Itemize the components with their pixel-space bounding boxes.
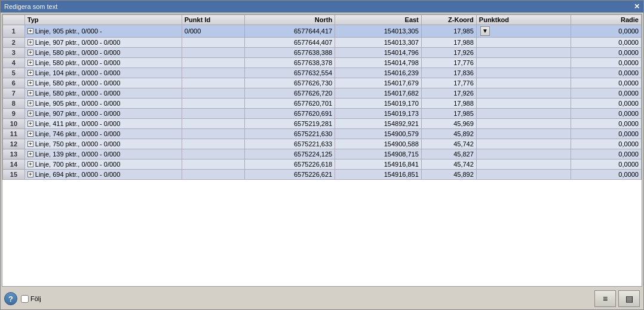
cell-z-koord: 45,742 bbox=[421, 159, 476, 170]
footer-left: ? Följ bbox=[4, 292, 41, 305]
cell-z-koord: 17,985 bbox=[421, 109, 476, 119]
cell-punktkod bbox=[476, 149, 571, 159]
footer: ? Följ ≡ ▤ bbox=[1, 288, 643, 309]
expand-icon[interactable]: + bbox=[27, 131, 33, 137]
table-row[interactable]: 4+Linje, 580 pktr., 0/000 - 0/0006577638… bbox=[3, 58, 642, 68]
cell-row-num: 15 bbox=[3, 170, 25, 180]
col-header-z-koord[interactable]: Z-Koord bbox=[421, 15, 476, 25]
table-row[interactable]: 11+Linje, 746 pktr., 0/000 - 0/000657522… bbox=[3, 129, 642, 139]
typ-text: Linje, 580 pktr., 0/000 - 0/000 bbox=[35, 49, 121, 56]
cell-east: 154013,307 bbox=[335, 38, 422, 48]
col-header-north[interactable]: North bbox=[244, 15, 335, 25]
col-header-punkt-id[interactable]: Punkt Id bbox=[182, 15, 244, 25]
help-button[interactable]: ? bbox=[4, 292, 17, 305]
table-row[interactable]: 14+Linje, 700 pktr., 0/000 - 0/000657522… bbox=[3, 159, 642, 170]
follow-label[interactable]: Följ bbox=[21, 295, 41, 303]
expand-icon[interactable]: + bbox=[27, 80, 33, 86]
cell-z-koord: 45,892 bbox=[421, 129, 476, 139]
expand-icon[interactable]: + bbox=[27, 60, 33, 66]
cell-radie: 0,0000 bbox=[571, 68, 641, 78]
table-row[interactable]: 10+Linje, 411 pktr., 0/000 - 0/000657521… bbox=[3, 119, 642, 129]
cell-north: 6577638,388 bbox=[244, 48, 335, 58]
cell-punkt-id bbox=[182, 119, 244, 129]
cell-radie: 0,0000 bbox=[571, 129, 641, 139]
follow-text: Följ bbox=[30, 295, 41, 302]
cell-punkt-id bbox=[182, 139, 244, 149]
list-view-button[interactable]: ≡ bbox=[594, 290, 616, 307]
cell-north: 6575224,125 bbox=[244, 149, 335, 159]
cell-punkt-id bbox=[182, 149, 244, 159]
cell-punktkod: ▼ bbox=[476, 25, 571, 38]
cell-z-koord: 17,926 bbox=[421, 88, 476, 99]
table-row[interactable]: 2+Linje, 907 pktr., 0/000 - 0/0006577644… bbox=[3, 38, 642, 48]
cell-north: 6577620,701 bbox=[244, 99, 335, 109]
cell-radie: 0,0000 bbox=[571, 109, 641, 119]
expand-icon[interactable]: + bbox=[27, 151, 33, 157]
table-container: Typ Punkt Id North East Z-Koord Punktkod… bbox=[2, 14, 642, 287]
cell-row-num: 9 bbox=[3, 109, 25, 119]
expand-icon[interactable]: + bbox=[27, 28, 33, 34]
cell-typ: +Linje, 700 pktr., 0/000 - 0/000 bbox=[24, 159, 182, 170]
cell-row-num: 1 bbox=[3, 25, 25, 38]
cell-radie: 0,0000 bbox=[571, 58, 641, 68]
expand-icon[interactable]: + bbox=[27, 90, 33, 96]
table-row[interactable]: 3+Linje, 580 pktr., 0/000 - 0/0006577638… bbox=[3, 48, 642, 58]
table-row[interactable]: 6+Linje, 580 pktr., 0/000 - 0/0006577626… bbox=[3, 78, 642, 88]
cell-north: 6577632,554 bbox=[244, 68, 335, 78]
expand-icon[interactable]: + bbox=[27, 121, 33, 127]
cell-row-num: 13 bbox=[3, 149, 25, 159]
table-row[interactable]: 5+Linje, 104 pktr., 0/000 - 0/0006577632… bbox=[3, 68, 642, 78]
cell-east: 154016,239 bbox=[335, 68, 422, 78]
table-row[interactable]: 9+Linje, 907 pktr., 0/000 - 0/0006577620… bbox=[3, 109, 642, 119]
expand-icon[interactable]: + bbox=[27, 100, 33, 106]
table-row[interactable]: 8+Linje, 905 pktr., 0/000 - 0/0006577620… bbox=[3, 99, 642, 109]
expand-icon[interactable]: + bbox=[27, 111, 33, 116]
cell-east: 154014,796 bbox=[335, 48, 422, 58]
follow-checkbox[interactable] bbox=[21, 295, 29, 303]
cell-north: 6577638,378 bbox=[244, 58, 335, 68]
main-window: Redigera som text ✕ Typ Punkt Id North E… bbox=[0, 0, 644, 310]
cell-east: 154900,579 bbox=[335, 129, 422, 139]
typ-text: Linje, 104 pktr., 0/000 - 0/000 bbox=[35, 69, 121, 76]
cell-punktkod bbox=[476, 68, 571, 78]
dropdown-arrow-icon[interactable]: ▼ bbox=[480, 26, 490, 36]
table-row[interactable]: 1+Linje, 905 pktr., 0/000 -0/0006577644,… bbox=[3, 25, 642, 38]
col-header-radie[interactable]: Radie bbox=[571, 15, 641, 25]
cell-east: 154017,682 bbox=[335, 88, 422, 99]
cell-punktkod bbox=[476, 139, 571, 149]
cell-typ: +Linje, 139 pktr., 0/000 - 0/000 bbox=[24, 149, 182, 159]
expand-icon[interactable]: + bbox=[27, 161, 33, 167]
col-header-typ[interactable]: Typ bbox=[24, 15, 182, 25]
table-row[interactable]: 13+Linje, 139 pktr., 0/000 - 0/000657522… bbox=[3, 149, 642, 159]
typ-text: Linje, 139 pktr., 0/000 - 0/000 bbox=[35, 151, 121, 158]
cell-punktkod bbox=[476, 48, 571, 58]
cell-north: 6575221,633 bbox=[244, 139, 335, 149]
cell-typ: +Linje, 104 pktr., 0/000 - 0/000 bbox=[24, 68, 182, 78]
cell-north: 6575219,281 bbox=[244, 119, 335, 129]
close-button[interactable]: ✕ bbox=[634, 2, 640, 11]
cell-punktkod bbox=[476, 129, 571, 139]
cell-north: 6577644,407 bbox=[244, 38, 335, 48]
typ-text: Linje, 694 pktr., 0/000 - 0/000 bbox=[35, 171, 121, 178]
expand-icon[interactable]: + bbox=[27, 50, 33, 56]
cell-north: 6575221,630 bbox=[244, 129, 335, 139]
grid-view-button[interactable]: ▤ bbox=[618, 290, 640, 307]
expand-icon[interactable]: + bbox=[27, 141, 33, 147]
cell-punkt-id bbox=[182, 99, 244, 109]
expand-icon[interactable]: + bbox=[27, 39, 33, 45]
expand-icon[interactable]: + bbox=[27, 70, 33, 76]
cell-row-num: 12 bbox=[3, 139, 25, 149]
col-header-rownum bbox=[3, 15, 25, 25]
cell-typ: +Linje, 750 pktr., 0/000 - 0/000 bbox=[24, 139, 182, 149]
table-row[interactable]: 12+Linje, 750 pktr., 0/000 - 0/000657522… bbox=[3, 139, 642, 149]
typ-text: Linje, 700 pktr., 0/000 - 0/000 bbox=[35, 161, 121, 168]
table-row[interactable]: 15+Linje, 694 pktr., 0/000 - 0/000657522… bbox=[3, 170, 642, 180]
table-scroll[interactable]: Typ Punkt Id North East Z-Koord Punktkod… bbox=[2, 14, 642, 286]
col-header-east[interactable]: East bbox=[335, 15, 422, 25]
cell-typ: +Linje, 580 pktr., 0/000 - 0/000 bbox=[24, 88, 182, 99]
cell-radie: 0,0000 bbox=[571, 170, 641, 180]
col-header-punktkod[interactable]: Punktkod bbox=[476, 15, 571, 25]
expand-icon[interactable]: + bbox=[27, 171, 33, 177]
cell-punkt-id bbox=[182, 88, 244, 99]
table-row[interactable]: 7+Linje, 580 pktr., 0/000 - 0/0006577626… bbox=[3, 88, 642, 99]
